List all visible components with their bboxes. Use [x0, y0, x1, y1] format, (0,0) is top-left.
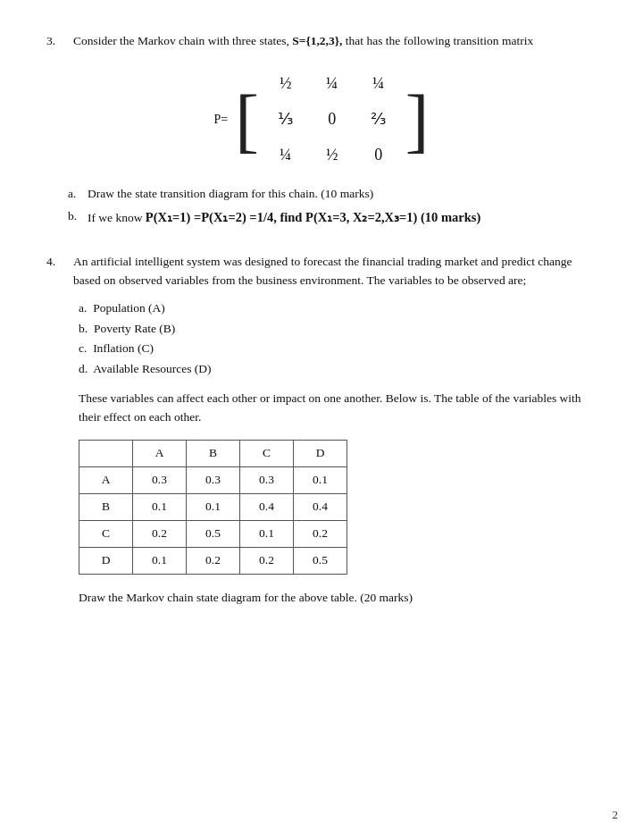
- variable-c-text: Inflation (C): [93, 341, 154, 355]
- th-empty: [79, 441, 133, 467]
- bracket-right: ]: [405, 67, 430, 172]
- q4-intro: An artificial intelligent system was des…: [73, 253, 597, 290]
- variable-a-label: a.: [79, 301, 87, 315]
- matrix-cell-0-2: ¼: [372, 71, 385, 97]
- q3-sub-a-label: a.: [68, 185, 82, 204]
- q4-header: 4. An artificial intelligent system was …: [46, 253, 597, 299]
- q3-number: 3.: [46, 32, 66, 51]
- matrix-bracket-wrap: [ ½ ¼ ¼ ⅓: [235, 67, 429, 172]
- question-4: 4. An artificial intelligent system was …: [46, 253, 597, 608]
- draw-instruction: Draw the Markov chain state diagram for …: [79, 589, 597, 608]
- cell-A-B: 0.3: [187, 467, 240, 494]
- variable-d-text: Available Resources (D): [93, 362, 211, 375]
- q3-sub-questions: a. Draw the state transition diagram for…: [68, 185, 597, 228]
- variable-b-text: Poverty Rate (B): [94, 322, 175, 335]
- table-row-B: B 0.1 0.1 0.4 0.4: [79, 493, 347, 520]
- cell-A-C: 0.3: [240, 467, 294, 494]
- matrix-cell-0-0: ½: [280, 71, 292, 97]
- variable-d: d. Available Resources (D): [79, 360, 597, 379]
- cell-B-D: 0.4: [294, 493, 347, 520]
- th-B: B: [187, 441, 240, 467]
- matrix-cell-0-1: ¼: [326, 71, 338, 97]
- q3-sub-b: b. If we know P(X₁=1) =P(X₁=2) =1/4, fin…: [68, 207, 597, 228]
- cell-A-A: 0.3: [133, 467, 187, 494]
- variable-b: b. Poverty Rate (B): [79, 320, 597, 339]
- variable-b-label: b.: [79, 322, 88, 335]
- table-row-D: D 0.1 0.2 0.2 0.5: [79, 547, 347, 574]
- cell-D-B: 0.2: [187, 547, 240, 574]
- variable-c-label: c.: [79, 341, 87, 355]
- bracket-left: [: [235, 67, 259, 172]
- cell-B-B: 0.1: [187, 493, 240, 520]
- matrix-cell-1-0: ⅓: [278, 107, 293, 132]
- cell-A-D: 0.1: [294, 467, 347, 494]
- p-label: P=: [214, 110, 229, 130]
- variables-list: a. Population (A) b. Poverty Rate (B) c.…: [79, 299, 597, 380]
- cell-C-B: 0.5: [187, 520, 240, 547]
- matrix-cell-2-2: 0: [374, 143, 382, 168]
- q3-sub-b-label: b.: [68, 207, 82, 228]
- row-label-D: D: [79, 547, 133, 574]
- table-header-row: A B C D: [79, 441, 347, 467]
- q3-intro: Consider the Markov chain with three sta…: [73, 32, 533, 51]
- variable-a: a. Population (A): [79, 299, 597, 318]
- table-row-C: C 0.2 0.5 0.1 0.2: [79, 520, 347, 547]
- matrix-container: P= [ ½ ¼ ¼ ⅓: [46, 67, 597, 172]
- table-row-A: A 0.3 0.3 0.3 0.1: [79, 467, 347, 494]
- page-number: 2: [613, 806, 619, 824]
- question-3: 3. Consider the Markov chain with three …: [46, 32, 597, 228]
- q3-header: 3. Consider the Markov chain with three …: [46, 32, 597, 51]
- cell-C-D: 0.2: [294, 520, 347, 547]
- cell-D-A: 0.1: [133, 547, 187, 574]
- cell-B-A: 0.1: [133, 493, 187, 520]
- transition-table: A B C D A 0.3 0.3 0.3 0.1 B 0.1 0.1: [79, 440, 347, 575]
- variable-a-text: Population (A): [93, 301, 165, 315]
- variable-c: c. Inflation (C): [79, 340, 597, 358]
- row-label-C: C: [79, 520, 133, 547]
- cell-B-C: 0.4: [240, 493, 294, 520]
- matrix-cell-1-1: 0: [328, 107, 336, 132]
- variable-d-label: d.: [79, 362, 88, 375]
- exam-page: 3. Consider the Markov chain with three …: [0, 0, 643, 840]
- cell-C-C: 0.1: [240, 520, 294, 547]
- q3-sub-a: a. Draw the state transition diagram for…: [68, 185, 597, 204]
- th-A: A: [133, 441, 187, 467]
- matrix-cell-1-2: ⅔: [371, 107, 386, 132]
- effect-text: These variables can affect each other or…: [79, 390, 597, 427]
- cell-D-C: 0.2: [240, 547, 294, 574]
- table-body: A 0.3 0.3 0.3 0.1 B 0.1 0.1 0.4 0.4 C 0.…: [79, 467, 347, 575]
- matrix-cell-2-1: ½: [326, 143, 338, 168]
- q3-sub-b-bold: P(X₁=1) =P(X₁=2) =1/4, find P(X₁=3, X₂=2…: [146, 210, 480, 224]
- table-head: A B C D: [79, 441, 347, 467]
- q3-sub-b-content: If we know P(X₁=1) =P(X₁=2) =1/4, find P…: [88, 207, 480, 228]
- th-D: D: [294, 441, 347, 467]
- matrix-cell-2-0: ¼: [280, 143, 292, 168]
- row-label-B: B: [79, 493, 133, 520]
- q4-number: 4.: [46, 253, 66, 299]
- row-label-A: A: [79, 467, 133, 494]
- matrix-grid: ½ ¼ ¼ ⅓ 0 ⅔: [263, 67, 402, 172]
- q3-sub-a-text: Draw the state transition diagram for th…: [88, 185, 373, 204]
- cell-D-D: 0.5: [294, 547, 347, 574]
- cell-C-A: 0.2: [133, 520, 187, 547]
- th-C: C: [240, 441, 294, 467]
